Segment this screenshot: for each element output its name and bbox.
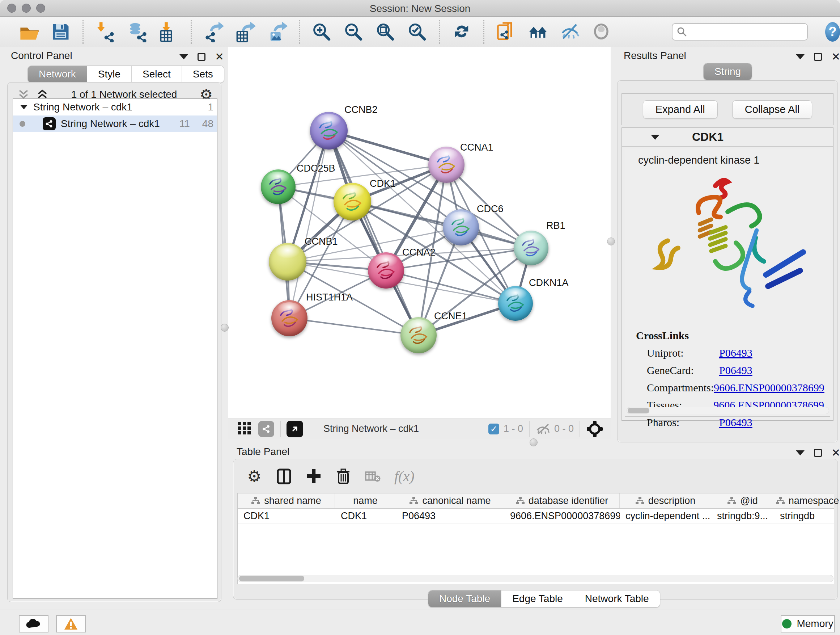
window-title: Session: New Session — [0, 3, 840, 14]
right-splitter-handle[interactable] — [607, 238, 615, 245]
control-panel-float-icon[interactable] — [197, 53, 205, 61]
results-panel-close-icon[interactable]: ✕ — [831, 53, 840, 61]
control-panel-collapse-icon[interactable] — [180, 54, 188, 59]
crosslink-value-link[interactable]: P06493 — [719, 416, 752, 429]
table-hscrollbar[interactable] — [237, 575, 834, 582]
table-row[interactable]: CDK1CDK1P064939606.ENSP00000378699cyclin… — [238, 509, 834, 524]
search-icon — [677, 27, 687, 37]
network-node-hist1h1a[interactable] — [271, 300, 308, 336]
network-row[interactable]: String Network – cdk1 11 48 — [13, 116, 217, 132]
node-label-cdc6: CDC6 — [477, 203, 504, 215]
network-node-cdkn1a[interactable] — [498, 286, 533, 321]
import-table-icon[interactable] — [158, 21, 180, 43]
export-image-icon[interactable] — [266, 21, 288, 43]
help-button[interactable]: ? — [825, 22, 840, 42]
control-panel-tabs: NetworkStyleSelectSets — [27, 65, 224, 83]
birds-eye-view-icon[interactable] — [286, 421, 303, 437]
network-node-ccnb2[interactable] — [310, 112, 347, 149]
bottom-splitter-handle[interactable] — [530, 439, 538, 447]
crosslinks-title: CrossLinks — [636, 329, 824, 342]
add-column-icon[interactable]: ✚ — [305, 468, 322, 485]
crosslink-label: Compartments: — [647, 382, 714, 394]
column-header-database-identifier[interactable]: database identifier — [504, 494, 620, 508]
collapse-all-button[interactable]: Collapse All — [732, 100, 813, 119]
tab-style[interactable]: Style — [87, 66, 131, 82]
open-session-icon[interactable] — [18, 21, 40, 43]
fit-selected-crosshair-icon[interactable] — [586, 420, 603, 438]
zoom-out-icon[interactable] — [342, 21, 365, 43]
home-icon[interactable] — [527, 21, 549, 43]
tab-select[interactable]: Select — [131, 66, 182, 82]
tab-node-table[interactable]: Node Table — [428, 591, 501, 607]
results-panel-collapse-icon[interactable] — [796, 54, 805, 59]
node-label-ccnb1: CCNB1 — [305, 236, 338, 247]
control-panel-close-icon[interactable]: ✕ — [215, 53, 224, 61]
show-columns-icon[interactable] — [276, 468, 292, 485]
node-label-ccna2: CCNA2 — [402, 247, 436, 258]
expand-all-button[interactable]: Expand All — [643, 100, 718, 119]
left-splitter-handle[interactable] — [221, 324, 229, 332]
selected-checkbox-icon[interactable]: ✓ — [488, 424, 499, 434]
column-header-shared-name[interactable]: shared name — [238, 494, 335, 508]
delete-column-trash-icon[interactable] — [335, 468, 352, 485]
column-header-namespace[interactable]: namespace — [774, 494, 840, 508]
zoom-in-icon[interactable] — [310, 21, 333, 43]
results-hscrollbar[interactable] — [627, 407, 829, 414]
warning-status-button[interactable] — [56, 615, 86, 632]
network-collection-row[interactable]: String Network – cdk1 1 — [13, 99, 217, 116]
crosslink-value-link[interactable]: P06493 — [719, 347, 752, 359]
table-panel-close-icon[interactable]: ✕ — [831, 449, 840, 457]
column-header-canonical-name[interactable]: canonical name — [396, 494, 504, 508]
tab-string[interactable]: String — [704, 63, 752, 80]
search-input[interactable] — [672, 23, 808, 41]
cdk1-collapse-icon[interactable] — [651, 135, 660, 140]
hide-panel-icon[interactable] — [559, 21, 581, 43]
network-canvas[interactable]: CCNB2CCNA1CDC25BCDK1CDC6RB1CCNB1CCNA2CDK… — [228, 47, 611, 418]
table-options-gear-icon[interactable]: ⚙ — [246, 468, 263, 485]
import-database-icon[interactable] — [126, 21, 148, 43]
save-session-icon[interactable] — [50, 21, 72, 43]
network-node-rb1[interactable] — [514, 231, 548, 265]
network-node-ccne1[interactable] — [401, 317, 437, 353]
network-node-cdc25b[interactable] — [261, 169, 295, 204]
tab-network[interactable]: Network — [28, 66, 87, 82]
title-bar: Session: New Session — [0, 0, 840, 17]
show-panel-icon[interactable] — [591, 21, 613, 43]
tab-network-table[interactable]: Network Table — [574, 591, 660, 607]
network-edges — [228, 47, 611, 418]
crosslink-label: GeneCard: — [647, 364, 719, 377]
refresh-icon[interactable] — [450, 21, 473, 43]
import-network-icon[interactable] — [94, 21, 117, 43]
clone-network-icon[interactable] — [495, 21, 517, 43]
tab-sets[interactable]: Sets — [182, 66, 224, 82]
results-panel-float-icon[interactable] — [814, 53, 822, 61]
export-table-icon[interactable] — [234, 21, 256, 43]
crosslink-row: Uniprot: P06493 — [647, 347, 824, 359]
network-node-ccna2[interactable] — [368, 252, 404, 288]
network-node-ccnb1[interactable] — [269, 243, 306, 280]
network-view-icon[interactable] — [258, 421, 274, 437]
table-panel-collapse-icon[interactable] — [796, 450, 805, 455]
column-header-name[interactable]: name — [335, 494, 396, 508]
network-node-cdk1[interactable] — [333, 183, 371, 220]
crosslink-value-link[interactable]: P06493 — [719, 364, 752, 377]
crosslink-label: Uniprot: — [647, 347, 719, 359]
memory-button[interactable]: Memory — [781, 615, 835, 632]
export-network-icon[interactable] — [202, 21, 225, 43]
tab-edge-table[interactable]: Edge Table — [501, 591, 574, 607]
zoom-selected-icon[interactable] — [406, 21, 428, 43]
column-header-description[interactable]: description — [620, 494, 711, 508]
app-window: Session: New Session ? Control Panel ✕ N… — [0, 0, 840, 635]
network-node-cdc6[interactable] — [443, 209, 479, 245]
grid-mode-icon[interactable] — [237, 420, 252, 437]
cloud-status-button[interactable] — [19, 615, 49, 632]
node-table[interactable]: shared namename canonical name database … — [237, 493, 834, 584]
table-cell: 9606.ENSP00000378699 — [504, 509, 620, 524]
crosslink-row: GeneCard: P06493 — [647, 364, 824, 377]
column-header-@id[interactable]: @id — [711, 494, 774, 508]
table-panel-float-icon[interactable] — [814, 449, 822, 457]
network-node-ccna1[interactable] — [428, 147, 464, 183]
tree-expander-icon[interactable] — [20, 105, 27, 109]
zoom-fit-icon[interactable] — [374, 21, 396, 43]
crosslink-value-link[interactable]: 9606.ENSP00000378699 — [714, 382, 824, 394]
